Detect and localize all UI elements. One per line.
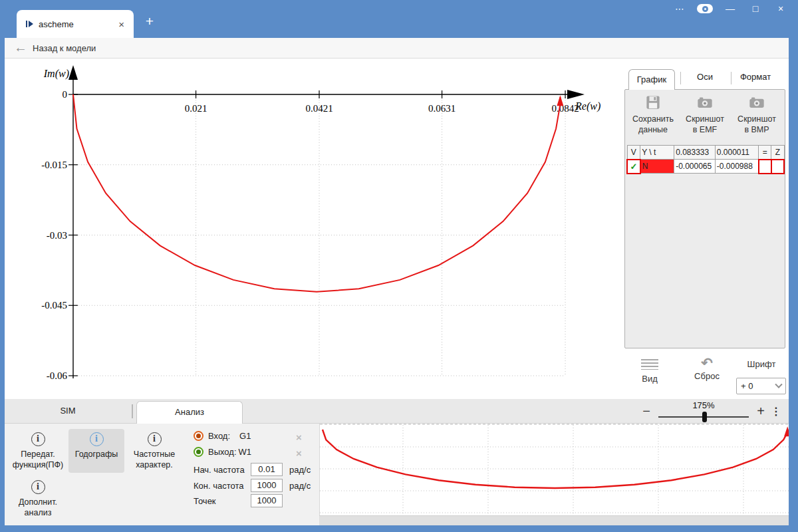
record-lens: [702, 6, 708, 12]
view-button[interactable]: Вид: [635, 359, 664, 384]
start-frequency-label: Нач. частота: [194, 465, 245, 475]
y-tick-label: -0.015: [41, 160, 67, 170]
tab-sim[interactable]: SIM: [5, 399, 131, 423]
save-icon: [646, 95, 660, 110]
hodograph-chart[interactable]: 0.0210.04210.06310.08420-0.015-0.03-0.04…: [5, 59, 616, 399]
font-size-value: + 0: [741, 381, 776, 391]
output-radio-icon[interactable]: [194, 447, 203, 457]
col-visible: V: [627, 146, 640, 160]
back-arrow-icon[interactable]: ←: [14, 41, 27, 54]
x-axis-title: Re(w): [575, 100, 600, 112]
series-table: V Y \ t 0.083333 0.000011 = Z ✓ N -0.000…: [626, 145, 785, 174]
hodographs-label: Годографы: [75, 449, 118, 460]
view-label: Вид: [635, 374, 664, 384]
points-count-input[interactable]: 1000: [251, 494, 283, 507]
record-icon[interactable]: [697, 4, 713, 13]
plot-settings-panel: График Оси Формат Сохранить данные: [622, 59, 789, 399]
screenshot-bmp-label: Скриншот: [737, 114, 776, 124]
col-t2: 0.000011: [715, 146, 758, 160]
close-button[interactable]: ×: [773, 3, 789, 14]
input-remove-icon[interactable]: ×: [296, 432, 302, 443]
zoom-slider[interactable]: 175%: [658, 399, 749, 424]
analysis-panel: SIM Анализ − 175% + ⋮ i Передат. функция…: [5, 399, 789, 525]
transfer-function-button[interactable]: i Передат. функция(ПФ): [9, 429, 67, 471]
x-tick-label: 0.021: [185, 103, 207, 114]
output-remove-icon[interactable]: ×: [296, 448, 302, 459]
frequency-char-button[interactable]: i Частотные характер.: [126, 429, 183, 471]
save-data-button[interactable]: Сохранить данные: [628, 95, 678, 136]
col-name: Y \ t: [640, 146, 674, 160]
series-eq-cell[interactable]: [759, 160, 771, 174]
series-value-2[interactable]: -0.000988: [715, 160, 758, 174]
output-label: Выход:: [208, 447, 237, 457]
curve-end-arrow: [557, 95, 563, 106]
start-frequency-input[interactable]: 0.01: [251, 463, 283, 476]
series-table-header: V Y \ t 0.083333 0.000011 = Z: [627, 146, 784, 160]
tab-separator: [680, 72, 681, 84]
additional-analysis-button[interactable]: i Дополнит. анализ: [9, 477, 67, 519]
series-z-cell[interactable]: [771, 160, 784, 174]
tab-analysis[interactable]: Анализ: [136, 401, 243, 424]
tab-separator: [132, 404, 133, 418]
scheme-icon: [26, 21, 33, 27]
zoom-in-button[interactable]: +: [753, 404, 769, 419]
zoom-slider-thumb[interactable]: [702, 412, 707, 422]
screenshot-bmp-label2: в BMP: [744, 124, 769, 135]
info-icon: i: [31, 432, 45, 446]
plot-tools-box: Сохранить данные Скриншот в EMF: [624, 89, 785, 348]
font-size-select[interactable]: + 0: [736, 378, 786, 394]
reset-button[interactable]: ↶ Сброс: [690, 358, 724, 381]
output-signal-row: Выход: W1: [194, 447, 251, 457]
frequency-char-label: Частотные: [134, 449, 175, 460]
input-value[interactable]: G1: [239, 431, 251, 441]
tab-ascheme[interactable]: ascheme ×: [17, 10, 134, 38]
screenshot-emf-button[interactable]: Скриншот в EMF: [680, 95, 730, 136]
hodograph-preview-chart[interactable]: [319, 424, 789, 515]
frequency-char-label2: характер.: [136, 460, 173, 470]
y-axis-title: Im(w): [43, 68, 69, 80]
hodographs-button[interactable]: i Годографы: [68, 429, 124, 473]
camera-icon: [697, 95, 713, 110]
additional-analysis-label2: анализ: [25, 507, 52, 518]
maximize-button[interactable]: □: [747, 3, 763, 14]
kebab-menu-icon[interactable]: ⋮: [769, 405, 783, 418]
tab-ascheme-label: ascheme: [39, 19, 116, 29]
output-value[interactable]: W1: [239, 447, 252, 457]
back-to-model-button[interactable]: Назад к модели: [33, 43, 96, 53]
minimize-button[interactable]: —: [722, 3, 738, 14]
x-tick-label: 0.0631: [428, 103, 456, 114]
y-tick-label: -0.06: [47, 370, 68, 381]
analysis-content: i Передат. функция(ПФ) i Годографы i Час…: [5, 424, 789, 525]
tab-grafik[interactable]: График: [628, 69, 675, 90]
tab-osi[interactable]: Оси: [683, 72, 727, 82]
transfer-function-label2: функция(ПФ): [13, 460, 64, 470]
zoom-out-button[interactable]: −: [638, 404, 654, 419]
tab-close-icon[interactable]: ×: [116, 19, 127, 30]
tab-format[interactable]: Формат: [733, 72, 777, 82]
preview-curve-end-arrow: [784, 426, 789, 436]
hodograph-curve: [73, 94, 560, 292]
end-frequency-input[interactable]: 1000: [251, 479, 283, 492]
save-data-label: Сохранить: [632, 114, 674, 124]
preview-curve: [323, 430, 787, 488]
screenshot-bmp-button[interactable]: Скриншот в BMP: [732, 95, 782, 136]
screenshot-emf-label: Скриншот: [686, 114, 724, 124]
zoom-control: − 175% + ⋮: [638, 399, 783, 424]
series-value-1[interactable]: -0.000065: [674, 160, 716, 174]
app-window: ⋯ — □ × ascheme × + ← Назад к модели 0.0…: [0, 0, 798, 532]
end-frequency-label: Кон. частота: [194, 481, 244, 491]
series-name-cell[interactable]: N: [640, 160, 674, 174]
main-area: 0.0210.04210.06310.08420-0.015-0.03-0.04…: [5, 59, 789, 399]
more-options-icon[interactable]: ⋯: [672, 3, 688, 14]
y-tick-label: 0: [63, 89, 68, 100]
col-z: Z: [771, 146, 784, 160]
font-label: Шрифт: [741, 359, 781, 369]
new-tab-button[interactable]: +: [141, 13, 158, 29]
end-frequency-unit: рад/с: [289, 481, 311, 491]
screenshot-emf-label2: в EMF: [693, 124, 718, 135]
chevron-down-icon: [775, 380, 782, 388]
info-icon: i: [31, 480, 45, 494]
preview-scrollbar-area[interactable]: [319, 515, 789, 525]
input-radio-icon[interactable]: [194, 431, 203, 441]
series-visible-checkbox[interactable]: ✓: [627, 160, 640, 174]
